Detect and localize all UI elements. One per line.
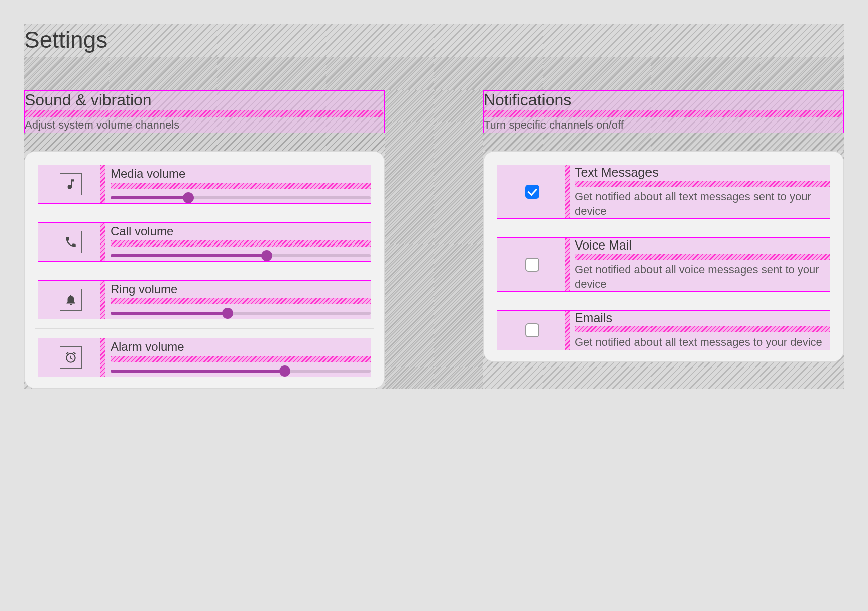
notif-row-inner: Emails Get notified about all text messa… (497, 310, 830, 350)
sound-column: Sound & vibration Adjust system volume c… (24, 90, 385, 389)
sound-row-ring: Ring volume (35, 271, 374, 329)
header-bar (24, 57, 844, 90)
sound-row-content: Call volume (103, 223, 371, 261)
notif-row-title: Voice Mail (575, 238, 830, 253)
notif-content: Voice Mail Get notified about all voice … (568, 238, 830, 291)
notif-row-title: Emails (575, 311, 830, 325)
divider-strip (111, 356, 371, 362)
sound-row-content: Ring volume (103, 281, 371, 319)
notif-row-inner: Text Messages Get notified about all tex… (497, 165, 830, 219)
sound-row-icon-col (38, 281, 103, 319)
notifications-section-title: Notifications (484, 91, 842, 109)
notifications-card: Text Messages Get notified about all tex… (483, 151, 844, 362)
notif-check-col (497, 238, 568, 291)
column-gap (385, 90, 483, 389)
text-messages-checkbox[interactable] (525, 185, 539, 199)
sound-row-title: Media volume (111, 167, 371, 181)
sound-row-media: Media volume (35, 156, 374, 213)
notif-check-col (497, 311, 568, 350)
section-divider-strip (484, 110, 842, 117)
emails-checkbox[interactable] (525, 323, 539, 337)
alarm-volume-slider[interactable] (111, 367, 371, 375)
bell-icon (60, 289, 82, 311)
sound-row-icon-col (38, 338, 103, 377)
divider-strip (575, 326, 830, 332)
notifications-section-header: Notifications Turn specific channels on/… (483, 90, 844, 133)
divider-strip (111, 240, 371, 247)
call-volume-slider[interactable] (111, 252, 371, 260)
sound-row-title: Alarm volume (111, 340, 371, 354)
notif-row-desc: Get notified about all voice messages se… (575, 263, 830, 291)
sound-section-title: Sound & vibration (25, 91, 383, 109)
sound-row-content: Alarm volume (103, 338, 371, 377)
alarm-icon (60, 346, 82, 369)
columns: Sound & vibration Adjust system volume c… (24, 90, 844, 389)
settings-page: Settings Sound & vibration Adjust system… (24, 24, 844, 389)
divider-strip (575, 254, 830, 260)
sound-row-title: Ring volume (111, 282, 371, 296)
phone-icon (60, 231, 82, 253)
notif-check-col (497, 165, 568, 218)
sound-card: Media volume (24, 151, 385, 389)
divider-strip (111, 298, 371, 304)
sound-row-alarm: Alarm volume (35, 329, 374, 386)
notifications-section-subtitle: Turn specific channels on/off (484, 118, 842, 132)
sound-row-icon-col (38, 223, 103, 261)
page-title: Settings (24, 24, 844, 57)
sound-row-title: Call volume (111, 224, 371, 238)
notif-row-text: Text Messages Get notified about all tex… (494, 156, 833, 228)
notif-row-voice: Voice Mail Get notified about all voice … (494, 228, 833, 301)
voice-mail-checkbox[interactable] (525, 258, 539, 272)
sound-section-header: Sound & vibration Adjust system volume c… (24, 90, 385, 133)
notif-row-inner: Voice Mail Get notified about all voice … (497, 237, 830, 292)
notifications-column: Notifications Turn specific channels on/… (483, 90, 844, 389)
divider-strip (111, 183, 371, 189)
notif-row-emails: Emails Get notified about all text messa… (494, 301, 833, 359)
divider-strip (575, 181, 830, 187)
ring-volume-slider[interactable] (111, 309, 371, 317)
music-note-icon (60, 173, 82, 195)
media-volume-slider[interactable] (111, 194, 371, 202)
notif-row-desc: Get notified about all text messages to … (575, 335, 830, 350)
sound-row-call: Call volume (35, 213, 374, 271)
sound-section-subtitle: Adjust system volume channels (25, 118, 383, 132)
sound-row-content: Media volume (103, 165, 371, 203)
mid-spacer (483, 133, 844, 151)
sound-row-inner: Call volume (38, 222, 371, 262)
sound-row-inner: Ring volume (38, 280, 371, 319)
notif-row-title: Text Messages (575, 165, 830, 180)
sound-row-icon-col (38, 165, 103, 203)
notif-row-desc: Get notified about all text messages sen… (575, 190, 830, 218)
notif-content: Text Messages Get notified about all tex… (568, 165, 830, 218)
notif-content: Emails Get notified about all text messa… (568, 311, 830, 350)
mid-spacer (24, 133, 385, 151)
sound-row-inner: Alarm volume (38, 338, 371, 377)
sound-row-inner: Media volume (38, 165, 371, 204)
section-divider-strip (25, 110, 383, 117)
